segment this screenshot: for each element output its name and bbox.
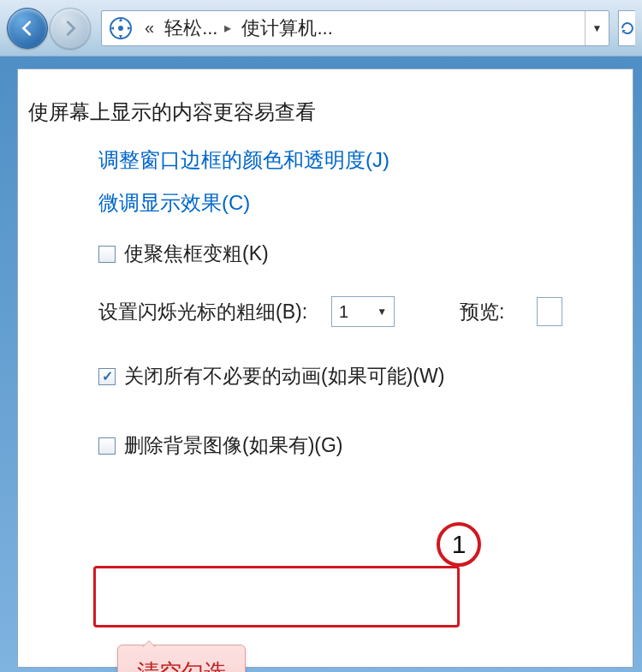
- refresh-icon: [621, 21, 634, 35]
- chevron-down-icon: ▼: [592, 22, 603, 34]
- breadcrumb-dropdown[interactable]: ▼: [585, 11, 609, 45]
- forward-button[interactable]: [50, 8, 91, 49]
- checkbox-remove-bg[interactable]: [98, 437, 116, 455]
- option-disable-anim: 关闭所有不必要的动画(如果可能)(W): [18, 363, 633, 390]
- annotation-highlight: 1: [93, 566, 460, 627]
- cursor-thickness-row: 设置闪烁光标的粗细(B): 1 ▼ 预览:: [18, 296, 633, 327]
- annotation-number: 1: [437, 522, 481, 567]
- refresh-area[interactable]: [618, 10, 635, 46]
- label-focus-thick: 使聚焦框变粗(K): [124, 241, 269, 267]
- preview-box: [537, 297, 562, 326]
- back-button[interactable]: [7, 8, 48, 49]
- checkbox-focus-thick[interactable]: [98, 246, 116, 263]
- annotation-tooltip: 清空勾选: [117, 645, 246, 672]
- label-remove-bg: 删除背景图像(如果有)(G): [124, 432, 343, 459]
- section-title: 使屏幕上显示的内容更容易查看: [18, 98, 633, 126]
- arrow-left-icon: [18, 19, 37, 38]
- cursor-thickness-combo[interactable]: 1 ▼: [331, 296, 395, 327]
- breadcrumb-item-2[interactable]: 使计算机...: [236, 15, 337, 41]
- svg-point-1: [118, 26, 123, 31]
- link-adjust-color[interactable]: 调整窗口边框的颜色和透明度(J): [18, 146, 633, 174]
- breadcrumb[interactable]: « 轻松... ▸ 使计算机... ▼: [101, 10, 609, 46]
- chevron-double-icon: «: [140, 18, 159, 38]
- content-panel: 使屏幕上显示的内容更容易查看 调整窗口边框的颜色和透明度(J) 微调显示效果(C…: [17, 68, 633, 668]
- chevron-right-icon: ▸: [224, 20, 231, 36]
- arrow-right-icon: [61, 19, 80, 38]
- navigation-bar: « 轻松... ▸ 使计算机... ▼: [0, 0, 642, 56]
- ease-of-access-icon: [105, 13, 136, 44]
- link-fine-tune[interactable]: 微调显示效果(C): [18, 189, 633, 217]
- label-cursor-thickness: 设置闪烁光标的粗细(B):: [98, 299, 307, 325]
- label-preview: 预览:: [460, 299, 504, 325]
- breadcrumb-item-1[interactable]: 轻松... ▸: [159, 15, 236, 41]
- option-remove-bg: 删除背景图像(如果有)(G): [18, 432, 633, 459]
- checkbox-disable-anim[interactable]: [98, 368, 116, 385]
- chevron-down-icon: ▼: [377, 306, 387, 318]
- option-focus-thick: 使聚焦框变粗(K): [18, 241, 633, 267]
- label-disable-anim: 关闭所有不必要的动画(如果可能)(W): [124, 363, 444, 390]
